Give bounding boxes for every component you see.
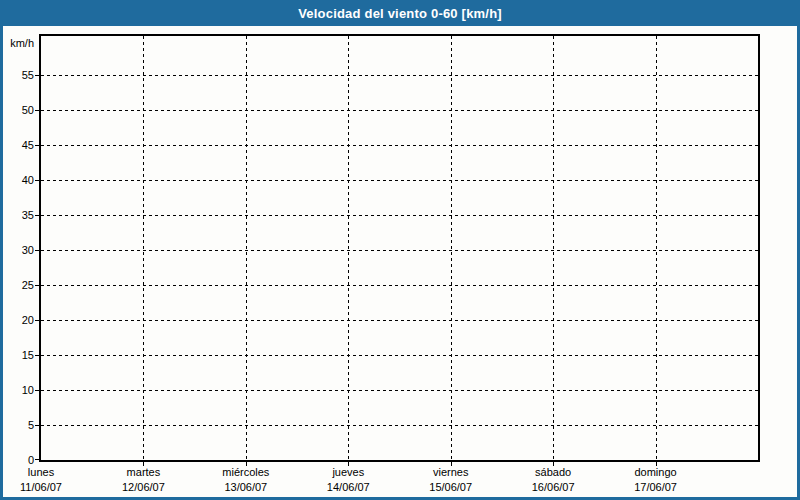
y-tick-label: 40 [0,174,34,187]
chart-title: Velocidad del viento 0-60 [km/h] [298,6,502,21]
window-frame-left [0,0,3,500]
x-date-label: 14/06/07 [293,481,403,494]
v-gridline [348,36,349,460]
v-gridline [656,36,657,460]
x-day-label: viernes [396,466,506,479]
y-tick-label: 10 [0,384,34,397]
y-tick-mark [35,355,39,356]
y-tick-mark [35,180,39,181]
h-gridline [41,110,758,111]
y-tick-mark [35,75,39,76]
y-tick-label: 25 [0,279,34,292]
h-gridline [41,180,758,181]
h-gridline [41,355,758,356]
chart-titlebar: Velocidad del viento 0-60 [km/h] [0,0,800,26]
y-tick-label: 45 [0,139,34,152]
v-gridline [246,36,247,460]
h-gridline [41,145,758,146]
x-day-label: jueves [293,466,403,479]
y-axis-unit-label: km/h [0,37,34,50]
x-day-label: sábado [498,466,608,479]
y-tick-label: 15 [0,349,34,362]
x-date-label: 16/06/07 [498,481,608,494]
y-tick-mark [35,110,39,111]
h-gridline [41,215,758,216]
y-tick-mark [35,215,39,216]
x-date-label: 17/06/07 [601,481,711,494]
x-date-label: 13/06/07 [191,481,301,494]
y-tick-mark [35,285,39,286]
v-gridline [553,36,554,460]
x-day-label: miércoles [191,466,301,479]
x-day-label: lunes [0,466,96,479]
y-tick-mark [35,425,39,426]
h-gridline [41,75,758,76]
x-date-label: 15/06/07 [396,481,506,494]
y-tick-mark [35,390,39,391]
h-gridline [41,425,758,426]
x-date-label: 12/06/07 [88,481,198,494]
y-tick-mark [35,459,39,460]
h-gridline [41,250,758,251]
y-tick-mark [35,320,39,321]
y-tick-mark [35,250,39,251]
y-tick-label: 20 [0,314,34,327]
chart-window: Velocidad del viento 0-60 [km/h] km/h 05… [0,0,800,500]
h-gridline [41,390,758,391]
y-tick-mark [35,145,39,146]
v-gridline [451,36,452,460]
plot-area [39,34,760,462]
v-gridline [143,36,144,460]
x-day-label: domingo [601,466,711,479]
x-day-label: martes [88,466,198,479]
h-gridline [41,320,758,321]
y-tick-label: 55 [0,69,34,82]
y-tick-label: 35 [0,209,34,222]
h-gridline [41,285,758,286]
y-tick-label: 5 [0,419,34,432]
x-date-label: 11/06/07 [0,481,96,494]
y-tick-label: 50 [0,104,34,117]
y-tick-label: 30 [0,244,34,257]
